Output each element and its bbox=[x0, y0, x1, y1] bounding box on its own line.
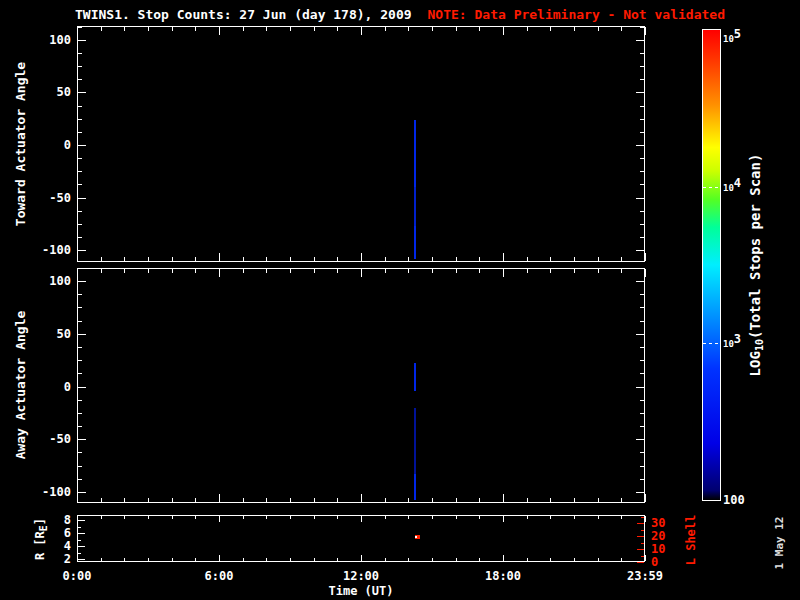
x-tick bbox=[621, 558, 622, 561]
x-tick bbox=[456, 498, 457, 502]
x-tick bbox=[503, 253, 504, 261]
x-tick bbox=[479, 498, 480, 502]
r-tick bbox=[78, 540, 81, 541]
x-tick bbox=[527, 27, 528, 31]
data-segment bbox=[414, 187, 416, 226]
x-tick bbox=[574, 498, 575, 502]
x-tick bbox=[243, 27, 244, 31]
y-tick bbox=[636, 439, 644, 440]
x-tick bbox=[314, 257, 315, 261]
y-tick bbox=[78, 347, 82, 348]
x-tick bbox=[77, 269, 78, 277]
x-tick bbox=[337, 516, 338, 519]
y-tick bbox=[78, 452, 82, 453]
x-tick bbox=[172, 558, 173, 561]
y-tick-label: 50 bbox=[1, 86, 71, 99]
y-tick bbox=[640, 426, 644, 427]
x-tick bbox=[645, 269, 646, 277]
x-tick bbox=[243, 558, 244, 561]
x-tick bbox=[432, 516, 433, 519]
x-tick bbox=[503, 494, 504, 502]
y-tick-label: 100 bbox=[1, 34, 71, 47]
x-tick bbox=[503, 516, 504, 522]
panel-toward-actuator bbox=[77, 26, 645, 262]
y-tick bbox=[78, 307, 82, 308]
x-tick bbox=[527, 498, 528, 502]
x-tick bbox=[385, 516, 386, 519]
x-tick bbox=[77, 253, 78, 261]
y-tick bbox=[78, 132, 82, 133]
lshell-axis-label: L Shell bbox=[685, 515, 698, 566]
y-tick bbox=[78, 387, 86, 388]
x-tick bbox=[266, 498, 267, 502]
y-tick bbox=[640, 171, 644, 172]
x-tick bbox=[432, 558, 433, 561]
x-tick bbox=[598, 257, 599, 261]
x-tick bbox=[456, 27, 457, 31]
preliminary-note: NOTE: Data Preliminary - Not validated bbox=[428, 7, 725, 22]
y-tick bbox=[640, 321, 644, 322]
colorbar-tick-exp: 5 bbox=[734, 27, 741, 41]
panel-away-actuator bbox=[77, 268, 645, 503]
y-tick bbox=[78, 79, 82, 80]
y-tick bbox=[78, 281, 86, 282]
colorbar-tick bbox=[703, 187, 720, 188]
x-tick bbox=[219, 516, 220, 522]
x-tick bbox=[598, 516, 599, 519]
x-tick bbox=[574, 558, 575, 561]
x-tick bbox=[195, 269, 196, 273]
x-tick bbox=[385, 257, 386, 261]
x-tick bbox=[77, 494, 78, 502]
y-tick bbox=[636, 387, 644, 388]
y-tick bbox=[640, 132, 644, 133]
x-tick bbox=[479, 27, 480, 31]
x-tick bbox=[219, 555, 220, 561]
y-tick bbox=[640, 211, 644, 212]
x-tick bbox=[527, 516, 528, 519]
x-tick bbox=[124, 558, 125, 561]
x-tick bbox=[385, 498, 386, 502]
y-tick bbox=[78, 198, 86, 199]
x-tick bbox=[124, 516, 125, 519]
colorbar-title: LOG10(Total Stops per Scan) bbox=[749, 154, 763, 377]
x-tick bbox=[598, 269, 599, 273]
x-tick bbox=[101, 516, 102, 519]
y-tick bbox=[636, 281, 644, 282]
x-tick bbox=[432, 498, 433, 502]
y-tick-label: -50 bbox=[1, 192, 71, 205]
x-tick bbox=[408, 269, 409, 273]
y-tick bbox=[78, 211, 82, 212]
x-tick bbox=[503, 269, 504, 277]
x-tick bbox=[361, 269, 362, 277]
lshell-tick bbox=[637, 549, 644, 550]
data-segment bbox=[414, 120, 416, 187]
x-tick bbox=[124, 269, 125, 273]
x-tick bbox=[361, 555, 362, 561]
y-tick bbox=[78, 492, 86, 493]
x-tick bbox=[527, 257, 528, 261]
x-tick bbox=[290, 498, 291, 502]
y-tick bbox=[640, 27, 644, 28]
x-tick bbox=[621, 27, 622, 31]
colorbar-tick-label: 104 bbox=[723, 181, 741, 194]
x-tick bbox=[172, 498, 173, 502]
colorbar-tick-label: 105 bbox=[723, 32, 741, 45]
x-tick bbox=[645, 555, 646, 561]
x-tick bbox=[243, 269, 244, 273]
y-tick bbox=[78, 158, 82, 159]
x-tick bbox=[574, 269, 575, 273]
x-tick bbox=[148, 269, 149, 273]
y-tick bbox=[640, 224, 644, 225]
x-tick bbox=[266, 558, 267, 561]
y-tick-label: 0 bbox=[1, 381, 71, 394]
colorbar bbox=[702, 29, 721, 501]
y-tick bbox=[78, 53, 82, 54]
x-tick bbox=[456, 558, 457, 561]
x-tick bbox=[527, 558, 528, 561]
x-tick bbox=[77, 27, 78, 35]
lshell-tick-label: 0 bbox=[651, 556, 658, 569]
x-tick bbox=[550, 516, 551, 519]
colorbar-tick-base: 10 bbox=[723, 183, 734, 193]
y-tick bbox=[640, 466, 644, 467]
x-tick bbox=[432, 257, 433, 261]
